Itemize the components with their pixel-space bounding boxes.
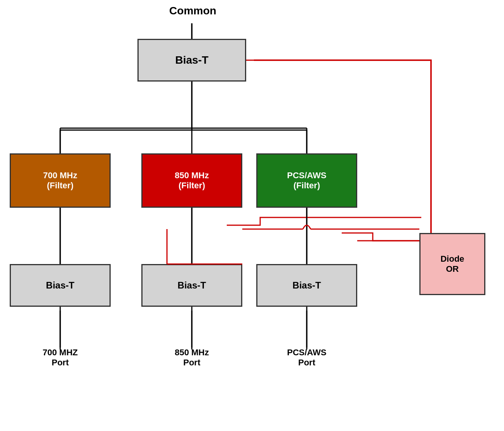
filter-850-box: 850 MHz(Filter)	[141, 153, 242, 208]
port-700-label: 700 MHZPort	[10, 348, 111, 368]
diagram-inner: Common Bias-T 700 MHz(Filter) 850 MHz(Fi…	[0, 0, 504, 431]
common-label: Common	[157, 5, 229, 17]
filter-700-box: 700 MHz(Filter)	[10, 153, 111, 208]
biast-700-box: Bias-T	[10, 264, 111, 307]
port-850-label: 850 MHzPort	[141, 348, 242, 368]
filter-pcs-box: PCS/AWS(Filter)	[256, 153, 357, 208]
top-biast-box: Bias-T	[137, 39, 246, 82]
biast-pcs-box: Bias-T	[256, 264, 357, 307]
diode-or-box: DiodeOR	[419, 233, 485, 295]
diagram: Common Bias-T 700 MHz(Filter) 850 MHz(Fi…	[0, 0, 504, 431]
port-pcs-label: PCS/AWSPort	[256, 348, 357, 368]
biast-850-box: Bias-T	[141, 264, 242, 307]
